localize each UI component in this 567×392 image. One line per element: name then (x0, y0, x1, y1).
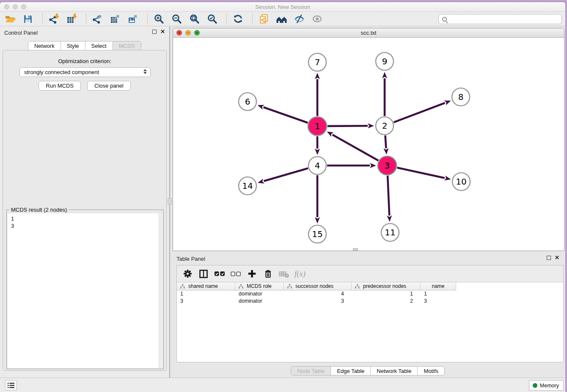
edge-3-1[interactable] (333, 135, 378, 160)
column-header-successor-nodes[interactable]: successor nodes (284, 282, 352, 290)
duplicate-network-icon[interactable] (258, 13, 270, 25)
memory-button[interactable]: Memory (529, 380, 564, 391)
tab-motifs[interactable]: Motifs (418, 367, 444, 375)
delete-row-icon[interactable] (261, 268, 274, 280)
node-3[interactable]: 3 (378, 156, 396, 175)
tab-network[interactable]: Network (28, 41, 61, 50)
toolbar-separator (252, 14, 253, 25)
save-session-icon[interactable] (22, 13, 34, 25)
close-panel-icon[interactable]: ✕ (160, 30, 165, 34)
table-close-icon[interactable]: ✕ (555, 256, 559, 260)
table-cell: 1 (177, 290, 235, 298)
select-all-icon[interactable] (213, 268, 226, 280)
first-neighbors-icon[interactable] (275, 13, 287, 25)
zoom-in-icon[interactable] (153, 13, 165, 25)
export-table-icon[interactable] (109, 13, 121, 25)
toolbar-separator (86, 14, 86, 25)
column-header-predecessor-nodes[interactable]: predecessor nodes (352, 282, 421, 290)
tab-node-table[interactable]: Node Table (291, 367, 331, 375)
optimization-criterion-label: Optimization criterion: (3, 58, 166, 64)
search-box[interactable] (438, 14, 562, 24)
export-network-icon[interactable] (91, 13, 103, 25)
mcds-result-area[interactable]: 1 3 (8, 213, 162, 368)
node-11[interactable]: 11 (381, 224, 399, 241)
table-tabs: Node TableEdge TableNetwork TableMotifs (170, 366, 565, 375)
main-area: Control Panel ✕ NetworkStyleSelectMCDS O… (0, 26, 565, 378)
export-image-icon[interactable] (127, 13, 139, 25)
app-window: Session: New Session Control Panel ✕ Net… (0, 2, 565, 392)
tab-edge-table[interactable]: Edge Table (331, 367, 371, 375)
edge-1-2[interactable] (328, 126, 368, 126)
float-panel-icon[interactable] (152, 30, 157, 34)
tab-style[interactable]: Style (61, 41, 85, 50)
table-toolbar: f(x) (177, 265, 563, 282)
zoom-fit-icon[interactable] (188, 13, 200, 25)
zoom-selected-icon[interactable] (206, 13, 218, 25)
node-2[interactable]: 2 (376, 117, 394, 135)
hide-selected-icon[interactable] (293, 13, 305, 25)
tab-select[interactable]: Select (85, 41, 113, 50)
node-1[interactable]: 1 (308, 117, 327, 135)
list-icon (7, 382, 15, 389)
svg-text:6: 6 (245, 97, 250, 107)
run-mcds-button[interactable]: Run MCDS (39, 81, 81, 91)
import-network-icon[interactable] (48, 13, 60, 25)
add-row-icon[interactable] (245, 268, 258, 280)
column-header-shared-name[interactable]: shared name (177, 282, 235, 290)
search-input[interactable] (449, 15, 561, 23)
node-14[interactable]: 14 (239, 177, 256, 195)
toolbar-separator (147, 14, 148, 25)
table-settings-icon[interactable] (181, 268, 194, 280)
control-panel-title: Control Panel (4, 30, 38, 36)
node-4[interactable]: 4 (308, 157, 326, 174)
tab-network-table[interactable]: Network Table (371, 367, 418, 375)
table-cell: dominator (235, 298, 284, 305)
table-cell: 3 (421, 298, 456, 305)
task-history-button[interactable] (5, 380, 17, 390)
function-builder-icon: f(x) (294, 268, 306, 280)
refresh-view-icon[interactable] (232, 13, 244, 25)
table-cell: 3 (177, 298, 235, 305)
svg-text:3: 3 (385, 160, 390, 171)
mcds-panel: Optimization criterion: strongly connect… (3, 50, 167, 371)
tab-mcds[interactable]: MCDS (113, 41, 141, 50)
open-session-icon[interactable] (4, 13, 16, 25)
network-window-titlebar: × − + scc.txt (173, 28, 564, 38)
svg-text:8: 8 (458, 92, 464, 102)
edge-4-14[interactable] (264, 168, 308, 181)
column-header-name[interactable]: name (421, 282, 456, 290)
network-window-title: scc.txt (173, 30, 564, 36)
vertical-splitter-handle[interactable] (168, 198, 172, 205)
titlebar: Session: New Session (0, 2, 565, 12)
optimization-criterion-value: strongly connected component (24, 69, 99, 75)
node-6[interactable]: 6 (239, 93, 256, 110)
table-row[interactable]: 3dominator323 (177, 298, 563, 305)
edge-2-3[interactable] (385, 135, 386, 148)
network-canvas[interactable]: 7968124314101511 (173, 38, 564, 251)
import-table-icon[interactable] (66, 13, 77, 25)
show-all-icon (311, 13, 323, 25)
optimization-criterion-select[interactable]: strongly connected component (19, 67, 151, 77)
deselect-all-icon[interactable] (229, 268, 242, 280)
table-row[interactable]: 1dominator411 (177, 290, 563, 298)
close-panel-button[interactable]: Close panel (87, 81, 131, 91)
node-9[interactable]: 9 (376, 52, 394, 70)
result-scrollbar[interactable] (159, 213, 162, 368)
node-8[interactable]: 8 (452, 88, 470, 106)
node-10[interactable]: 10 (452, 173, 470, 190)
svg-text:1: 1 (315, 121, 320, 131)
table-cell: dominator (235, 290, 284, 298)
window-title: Session: New Session (0, 4, 565, 10)
edge-2-8[interactable] (394, 103, 445, 122)
edge-1-6[interactable] (264, 107, 308, 123)
svg-text:2: 2 (382, 121, 388, 131)
show-columns-icon[interactable] (197, 268, 210, 280)
edge-3-11[interactable] (388, 176, 389, 215)
table-float-icon[interactable] (547, 256, 551, 260)
node-15[interactable]: 15 (308, 225, 326, 243)
node-7[interactable]: 7 (308, 53, 326, 71)
canvas-resize-handle[interactable] (353, 248, 358, 251)
edge-3-10[interactable] (397, 168, 444, 178)
zoom-out-icon[interactable] (171, 13, 182, 25)
column-header-MCDS-role[interactable]: MCDS role (235, 282, 284, 290)
